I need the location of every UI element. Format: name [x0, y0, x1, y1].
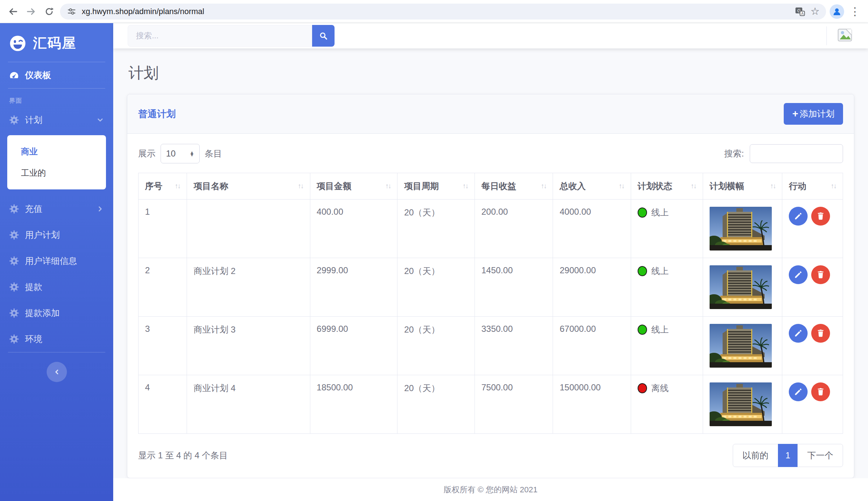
sort-arrows-icon[interactable]: ↑↓: [463, 182, 468, 190]
submenu-item-industrial[interactable]: 工业的: [7, 162, 106, 184]
card-header: 普通计划 + 添加计划: [127, 94, 854, 134]
topbar-search-form: [128, 25, 335, 47]
cell-actions: [782, 200, 843, 258]
edit-button[interactable]: [789, 265, 808, 284]
column-label: 序号: [145, 180, 162, 192]
submenu-item-label: 工业的: [21, 168, 46, 177]
pencil-icon: [793, 387, 803, 397]
table-search-input[interactable]: [750, 144, 843, 163]
gear-icon: [9, 256, 19, 266]
table-search-label: 搜索:: [724, 148, 744, 159]
sidebar: 汇码屋 仪表板 界面 计划 商业 工业的 充值 用户计划 用户详细信息 提款: [0, 23, 113, 501]
table-header-cell[interactable]: 序号 ↑↓: [139, 173, 187, 200]
cell-total-income: 150000.00: [553, 375, 631, 434]
copyright-text: 版权所有 © 您的网站 2021: [444, 484, 538, 495]
column-label: 每日收益: [481, 180, 516, 192]
pagination-previous[interactable]: 以前的: [733, 444, 778, 467]
gear-icon: [9, 115, 19, 125]
sort-arrows-icon[interactable]: ↑↓: [691, 182, 696, 190]
sort-arrows-icon[interactable]: ↑↓: [385, 182, 391, 190]
topbar: [113, 23, 868, 48]
browser-profile-button[interactable]: [830, 4, 844, 19]
cell-serial: 2: [139, 258, 187, 317]
sort-arrows-icon[interactable]: ↑↓: [298, 182, 303, 190]
sidebar-item-label: 提款: [25, 281, 42, 293]
sort-arrows-icon[interactable]: ↑↓: [770, 182, 775, 190]
sidebar-item-user-plans[interactable]: 用户计划: [0, 222, 113, 248]
sidebar-item-label: 用户详细信息: [25, 255, 77, 267]
pagination-next[interactable]: 下一个: [797, 444, 843, 467]
delete-button[interactable]: [811, 382, 830, 401]
sidebar-item-environment[interactable]: 环境: [0, 326, 113, 352]
sidebar-item-plans[interactable]: 计划: [0, 107, 113, 133]
trash-icon: [816, 329, 825, 338]
page-size-select[interactable]: 10 ▲▼: [161, 144, 200, 163]
translate-icon[interactable]: [795, 6, 805, 17]
cell-amount: 400.00: [310, 200, 397, 258]
cell-status: 线上: [631, 317, 703, 375]
cell-status: 离线: [631, 375, 703, 434]
back-arrow-icon: [8, 6, 18, 17]
browser-back-button[interactable]: [6, 4, 20, 19]
cell-banner: [703, 200, 782, 258]
address-bar[interactable]: xg.hwym.shop/admin/plans/normal ☆: [60, 4, 826, 20]
table-header-row: 序号 ↑↓ 项目名称 ↑↓ 项目金额 ↑↓ 项目周期 ↑↓ 每日收益 ↑↓ 总收…: [139, 173, 843, 200]
delete-button[interactable]: [811, 265, 830, 284]
browser-reload-button[interactable]: [42, 4, 56, 19]
pencil-icon: [793, 329, 803, 338]
edit-button[interactable]: [789, 382, 808, 401]
cell-serial: 1: [139, 200, 187, 258]
status-label: 线上: [651, 207, 669, 218]
sidebar-collapse-button[interactable]: [47, 362, 67, 382]
delete-button[interactable]: [811, 324, 830, 343]
sidebar-item-withdraw[interactable]: 提款: [0, 274, 113, 300]
user-avatar[interactable]: [836, 26, 854, 45]
sidebar-item-withdraw-add[interactable]: 提款添加: [0, 300, 113, 326]
table-header-cell[interactable]: 项目名称 ↑↓: [187, 173, 310, 200]
status-dot: [638, 266, 647, 276]
table-header-cell[interactable]: 行动 ↑↓: [782, 173, 843, 200]
trash-icon: [816, 387, 825, 397]
submenu-item-business[interactable]: 商业: [7, 141, 106, 162]
table-header-cell[interactable]: 计划横幅 ↑↓: [703, 173, 782, 200]
url-text[interactable]: xg.hwym.shop/admin/plans/normal: [82, 7, 790, 16]
entries-label: 条目: [205, 148, 222, 159]
sort-arrows-icon[interactable]: ↑↓: [175, 182, 180, 190]
edit-button[interactable]: [789, 207, 808, 226]
pagination-page-1[interactable]: 1: [778, 444, 798, 467]
cell-status: 线上: [631, 258, 703, 317]
cell-period: 20（天）: [397, 375, 475, 434]
sidebar-item-user-details[interactable]: 用户详细信息: [0, 248, 113, 274]
brand[interactable]: 汇码屋: [0, 23, 113, 62]
bookmark-star-icon[interactable]: ☆: [810, 7, 820, 17]
sort-arrows-icon[interactable]: ↑↓: [541, 182, 546, 190]
sort-arrows-icon[interactable]: ↑↓: [619, 182, 624, 190]
column-label: 计划横幅: [710, 180, 744, 192]
cell-actions: [782, 375, 843, 434]
sidebar-item-label: 提款添加: [25, 307, 60, 319]
delete-button[interactable]: [811, 207, 830, 226]
browser-menu-button[interactable]: ⋮: [848, 4, 862, 19]
sort-arrows-icon[interactable]: ↑↓: [831, 182, 836, 190]
add-plan-label: 添加计划: [800, 108, 834, 120]
table-header-cell[interactable]: 项目金额 ↑↓: [310, 173, 397, 200]
cell-total-income: 29000.00: [553, 258, 631, 317]
table-header-cell[interactable]: 项目周期 ↑↓: [397, 173, 475, 200]
edit-button[interactable]: [789, 324, 808, 343]
table-header-cell[interactable]: 计划状态 ↑↓: [631, 173, 703, 200]
sidebar-item-label: 用户计划: [25, 229, 60, 241]
search-input[interactable]: [128, 25, 312, 47]
page-title: 计划: [128, 63, 854, 83]
add-plan-button[interactable]: + 添加计划: [784, 103, 843, 125]
site-settings-icon[interactable]: [67, 7, 77, 17]
search-button[interactable]: [312, 25, 335, 47]
cell-actions: [782, 317, 843, 375]
table-header-cell[interactable]: 每日收益 ↑↓: [475, 173, 553, 200]
sidebar-item-dashboard[interactable]: 仪表板: [0, 62, 113, 88]
sidebar-item-recharge[interactable]: 充值: [0, 196, 113, 222]
table-header-cell[interactable]: 总收入 ↑↓: [553, 173, 631, 200]
submenu-item-label: 商业: [21, 147, 38, 156]
pencil-icon: [793, 211, 803, 221]
browser-forward-button[interactable]: [24, 4, 38, 19]
cell-project-name: [187, 200, 310, 258]
